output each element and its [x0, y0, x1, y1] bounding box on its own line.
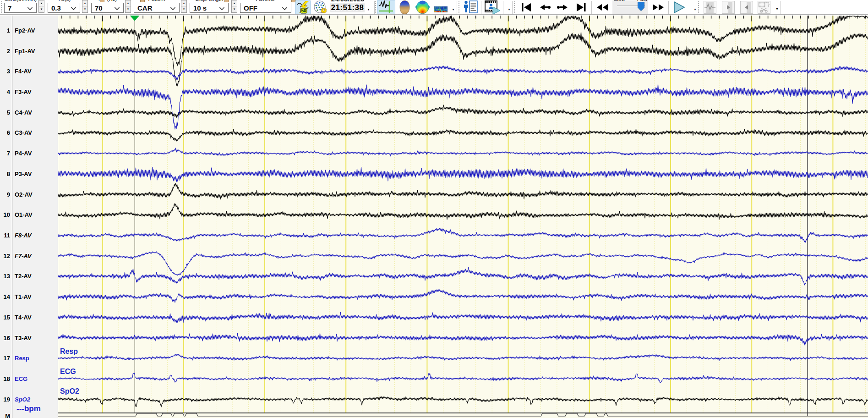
svg-text:50: 50: [301, 8, 306, 13]
svg-text:Resp: Resp: [60, 347, 78, 355]
svg-text:SpO2: SpO2: [60, 387, 79, 395]
svg-text:ECG: ECG: [60, 368, 76, 375]
